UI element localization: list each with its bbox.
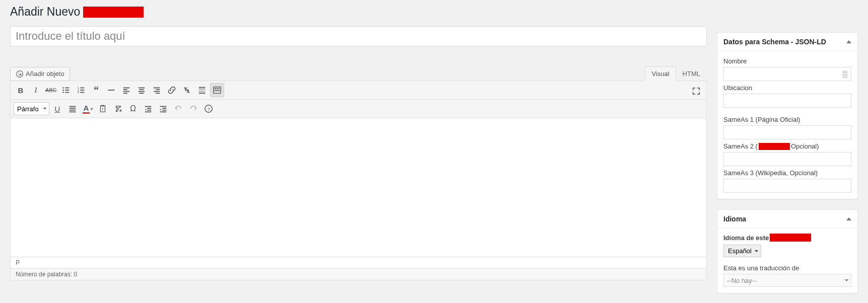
ubicacion-input[interactable] [723, 94, 851, 108]
svg-rect-35 [215, 90, 216, 91]
horizontal-rule-button[interactable] [104, 83, 118, 97]
svg-rect-5 [65, 90, 69, 91]
schema-metabox: Datos para Schema - JSON-LD Nombre Ubica… [717, 32, 858, 199]
idioma-metabox: Idioma Idioma de este Español Esta es un… [717, 209, 858, 293]
toolbar-toggle-button[interactable] [210, 83, 224, 97]
idioma-metabox-title: Idioma [723, 215, 746, 223]
svg-rect-34 [219, 88, 220, 89]
svg-rect-49 [160, 106, 167, 107]
media-icon [16, 70, 24, 78]
svg-rect-29 [199, 92, 206, 92]
italic-button[interactable]: I [29, 83, 43, 97]
svg-rect-36 [216, 90, 218, 91]
ubicacion-label: Ubicacion [723, 84, 851, 92]
fullscreen-button[interactable] [689, 84, 703, 98]
svg-rect-41 [70, 111, 76, 112]
bullet-list-button[interactable] [59, 83, 73, 97]
svg-rect-11 [80, 90, 84, 91]
svg-rect-20 [140, 89, 144, 90]
align-center-button[interactable] [135, 83, 149, 97]
redacted-inline [770, 234, 811, 242]
numbered-list-button[interactable]: 123 [74, 83, 88, 97]
svg-rect-47 [147, 110, 151, 111]
align-justify-button[interactable] [65, 102, 80, 116]
language-select[interactable]: Español [723, 245, 761, 257]
svg-rect-46 [147, 108, 151, 109]
schema-metabox-title: Datos para Schema - JSON-LD [723, 38, 826, 46]
blockquote-button[interactable]: “ [89, 83, 103, 97]
sameas1-label: SameAs 1 (Página Oficial) [723, 116, 851, 123]
word-count-status: Número de palabras: 0 [11, 268, 706, 280]
svg-point-4 [62, 90, 64, 91]
svg-rect-18 [123, 93, 127, 94]
underline-button[interactable]: U [50, 102, 64, 116]
text-color-button[interactable]: A▾ [81, 102, 95, 116]
help-button[interactable]: ? [202, 102, 216, 116]
editor-mode-tabs: Visual HTML [645, 66, 707, 81]
sameas3-input[interactable] [723, 179, 851, 193]
svg-rect-30 [199, 93, 206, 94]
redo-button[interactable] [186, 102, 201, 116]
outdent-button[interactable] [141, 102, 155, 116]
special-char-button[interactable]: Ω [126, 102, 140, 116]
svg-rect-15 [123, 88, 130, 89]
post-title-input[interactable] [10, 26, 707, 46]
editor-toolbar-row-1: B I ABC 123 “ [11, 81, 706, 100]
nombre-input[interactable] [723, 67, 851, 81]
clear-formatting-button[interactable] [111, 102, 125, 116]
svg-rect-39 [70, 108, 76, 109]
svg-rect-19 [139, 88, 145, 89]
editor-content-area[interactable] [11, 118, 706, 257]
svg-rect-45 [145, 106, 152, 107]
align-left-button[interactable] [119, 83, 133, 97]
collapse-toggle-icon[interactable] [846, 217, 851, 220]
undo-button[interactable] [171, 102, 185, 116]
sameas2-label: SameAs 2 (Opcional) [723, 142, 851, 150]
svg-point-1 [19, 72, 20, 73]
idioma-de-este-label: Idioma de este [723, 234, 851, 242]
svg-text:?: ? [208, 106, 211, 112]
sameas1-input[interactable] [723, 125, 851, 139]
svg-rect-32 [215, 88, 217, 89]
add-media-button[interactable]: Añadir objeto [10, 67, 70, 81]
svg-rect-43 [101, 105, 104, 107]
format-select[interactable]: Párrafo [14, 102, 49, 115]
svg-rect-23 [154, 88, 160, 89]
bold-button[interactable]: B [14, 83, 28, 97]
add-media-label: Añadir objeto [26, 70, 64, 78]
svg-rect-25 [154, 91, 160, 92]
svg-rect-24 [156, 89, 160, 90]
read-more-button[interactable] [195, 83, 209, 97]
svg-point-2 [62, 87, 64, 89]
redacted-block [83, 7, 144, 18]
editor-container: B I ABC 123 “ Párrafo U A▾ [10, 81, 707, 280]
tab-html[interactable]: HTML [676, 66, 707, 81]
link-button[interactable] [165, 83, 179, 97]
svg-rect-38 [70, 106, 76, 107]
svg-rect-7 [65, 92, 69, 93]
editor-toolbar-row-2: Párrafo U A▾ T Ω ? [11, 100, 706, 118]
svg-text:3: 3 [78, 91, 79, 94]
unlink-button[interactable] [180, 83, 194, 97]
paste-text-button[interactable]: T [96, 102, 110, 116]
svg-rect-48 [145, 111, 152, 112]
svg-rect-51 [162, 110, 166, 111]
translation-select[interactable]: --No hay-- [723, 274, 851, 287]
svg-rect-9 [80, 88, 84, 89]
svg-rect-26 [156, 93, 160, 94]
page-title: Añadir Nuevo [10, 5, 707, 19]
collapse-toggle-icon[interactable] [846, 40, 851, 43]
svg-rect-13 [80, 92, 84, 93]
strikethrough-button[interactable]: ABC [44, 83, 58, 97]
sameas2-input[interactable] [723, 152, 851, 166]
svg-rect-37 [219, 90, 220, 91]
nombre-label: Nombre [723, 57, 851, 65]
svg-rect-14 [108, 90, 115, 91]
svg-rect-52 [160, 111, 167, 112]
align-right-button[interactable] [150, 83, 164, 97]
svg-rect-27 [199, 87, 206, 88]
indent-button[interactable] [156, 102, 170, 116]
svg-rect-33 [217, 88, 219, 89]
redacted-inline [759, 143, 790, 150]
tab-visual[interactable]: Visual [645, 66, 676, 81]
